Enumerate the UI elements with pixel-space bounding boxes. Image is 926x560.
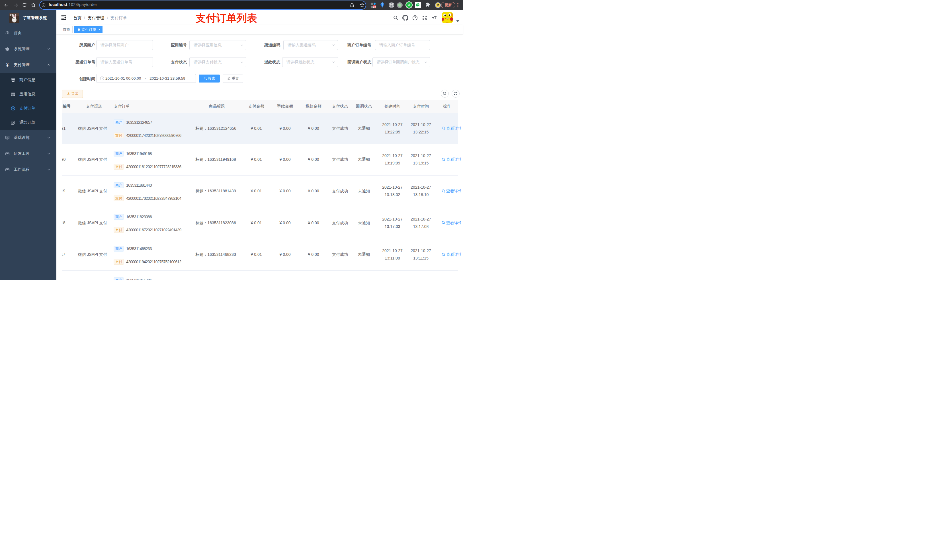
svg-text:10: 10 [373, 6, 376, 8]
